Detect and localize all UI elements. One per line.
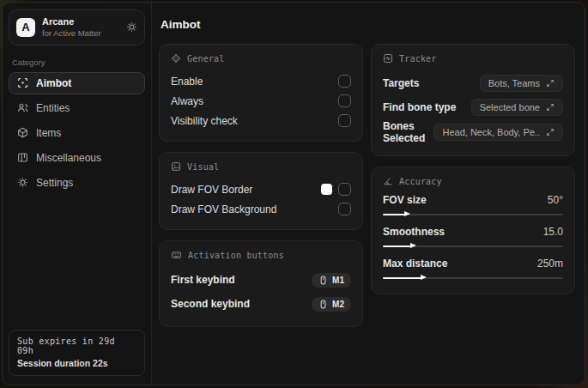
- fov-border-color-swatch[interactable]: [321, 184, 332, 195]
- cube-icon: [17, 127, 28, 138]
- mouse-icon: [318, 300, 328, 309]
- slider-thumb[interactable]: [404, 211, 410, 216]
- setting-label: Bones Selected: [383, 120, 433, 144]
- setting-row: Visibility check: [171, 111, 351, 130]
- setting-label: Enable: [171, 76, 203, 88]
- setting-row: Enable: [171, 71, 351, 91]
- expand-icon: [546, 79, 555, 88]
- section-title: Visual: [187, 162, 219, 172]
- sidebar-item-items[interactable]: Items: [9, 122, 145, 144]
- setting-row: First keybind M1: [171, 268, 351, 292]
- slider-thumb[interactable]: [410, 243, 416, 248]
- general-section: General Enable Always Visibility check: [159, 44, 363, 142]
- sidebar-item-label: Miscellaneous: [36, 152, 101, 164]
- sidebar-item-label: Items: [36, 127, 61, 139]
- keybind-value: M1: [332, 276, 344, 285]
- crosshair-icon: [171, 53, 181, 64]
- setting-label: Draw FOV Border: [171, 184, 252, 196]
- find-bone-type-dropdown[interactable]: Selected bone: [471, 99, 563, 116]
- section-title: Activation buttons: [188, 251, 284, 260]
- draw-fov-border-checkbox[interactable]: [338, 183, 351, 196]
- slider-value: 250m: [537, 258, 563, 270]
- setting-row: Find bone type Selected bone: [383, 95, 563, 119]
- fov-size-slider-group: FOV size 50°: [383, 194, 563, 218]
- dropdown-value: Selected bone: [480, 102, 540, 112]
- app-name: Arcane: [42, 16, 101, 28]
- setting-row: Bones Selected Head, Neck, Body, Pe..: [383, 119, 563, 145]
- setting-row: Draw FOV Border: [171, 179, 351, 199]
- setting-label: First keybind: [171, 274, 235, 286]
- page-title: Aimbot: [161, 18, 576, 31]
- tracker-icon: [383, 53, 393, 64]
- subscription-info: Sub expires in 29d 09h Session duration …: [9, 330, 145, 376]
- app-subtitle: for Active Matter: [42, 28, 101, 39]
- setting-label: Second keybind: [171, 298, 250, 310]
- slider-value: 50°: [548, 194, 563, 206]
- setting-label: Draw FOV Background: [171, 203, 276, 215]
- angle-icon: [383, 176, 393, 186]
- setting-label: Always: [171, 95, 203, 107]
- slider-thumb[interactable]: [421, 275, 427, 280]
- sidebar-item-label: Settings: [36, 177, 73, 189]
- keyboard-icon: [171, 250, 182, 260]
- sidebar-item-label: Aimbot: [36, 77, 71, 89]
- main-content: Aimbot General: [152, 3, 585, 385]
- section-title: Tracker: [399, 54, 437, 64]
- slider-label: FOV size: [383, 194, 427, 206]
- setting-label: Find bone type: [383, 101, 456, 113]
- sidebar-item-miscellaneous[interactable]: Miscellaneous: [9, 147, 145, 169]
- app-header: A Arcane for Active Matter: [9, 9, 145, 45]
- activation-buttons-section: Activation buttons First keybind M1: [159, 240, 363, 327]
- fov-size-slider[interactable]: [383, 210, 563, 218]
- section-title: General: [187, 54, 225, 64]
- layout-icon: [17, 152, 28, 163]
- sidebar: A Arcane for Active Matter Category Aimb: [3, 3, 152, 385]
- gear-icon: [17, 177, 28, 188]
- max-distance-slider[interactable]: [383, 274, 563, 282]
- image-icon: [171, 161, 181, 172]
- app-window: A Arcane for Active Matter Category Aimb: [2, 2, 585, 385]
- second-keybind-button[interactable]: M2: [312, 297, 351, 312]
- accuracy-section: Accuracy FOV size 50°: [371, 167, 575, 294]
- bones-selected-dropdown[interactable]: Head, Neck, Body, Pe..: [433, 124, 563, 141]
- keybind-value: M2: [332, 300, 344, 309]
- sub-expiry-text: Sub expires in 29d 09h: [17, 336, 136, 355]
- sidebar-item-label: Entities: [36, 102, 70, 114]
- sidebar-item-entities[interactable]: Entities: [9, 97, 145, 119]
- enable-checkbox[interactable]: [338, 75, 351, 88]
- app-logo: A: [16, 18, 35, 37]
- max-distance-slider-group: Max distance 250m: [383, 258, 563, 282]
- sidebar-item-aimbot[interactable]: Aimbot: [9, 72, 145, 94]
- slider-label: Max distance: [383, 258, 447, 270]
- visibility-check-checkbox[interactable]: [338, 114, 351, 127]
- right-column: Tracker Targets Bots, Teams: [371, 44, 575, 305]
- setting-row: Second keybind M2: [171, 292, 351, 316]
- setting-label: Targets: [383, 77, 419, 89]
- setting-row: Always: [171, 91, 351, 111]
- tracker-section: Tracker Targets Bots, Teams: [371, 44, 575, 156]
- expand-icon: [546, 103, 555, 112]
- setting-row: Targets Bots, Teams: [383, 71, 563, 95]
- dropdown-value: Bots, Teams: [488, 78, 540, 88]
- mouse-icon: [318, 276, 328, 285]
- entities-icon: [17, 102, 28, 113]
- visual-section: Visual Draw FOV Border Draw FOV Backgrou…: [159, 152, 363, 230]
- always-checkbox[interactable]: [338, 94, 351, 107]
- section-title: Accuracy: [399, 177, 442, 186]
- slider-label: Smoothness: [383, 226, 445, 238]
- sidebar-item-settings[interactable]: Settings: [9, 172, 145, 194]
- category-label: Category: [12, 58, 142, 67]
- targets-dropdown[interactable]: Bots, Teams: [480, 75, 563, 92]
- first-keybind-button[interactable]: M1: [312, 273, 351, 288]
- smoothness-slider-group: Smoothness 15.0: [383, 226, 563, 250]
- dropdown-value: Head, Neck, Body, Pe..: [442, 127, 540, 137]
- draw-fov-background-checkbox[interactable]: [338, 203, 351, 215]
- smoothness-slider[interactable]: [383, 242, 563, 250]
- setting-row: Draw FOV Background: [171, 199, 351, 219]
- gear-icon[interactable]: [126, 21, 137, 33]
- crosshair-scan-icon: [17, 77, 28, 88]
- slider-value: 15.0: [543, 226, 563, 238]
- session-duration-text: Session duration 22s: [17, 358, 136, 368]
- expand-icon: [546, 128, 555, 136]
- setting-label: Visibility check: [171, 115, 238, 127]
